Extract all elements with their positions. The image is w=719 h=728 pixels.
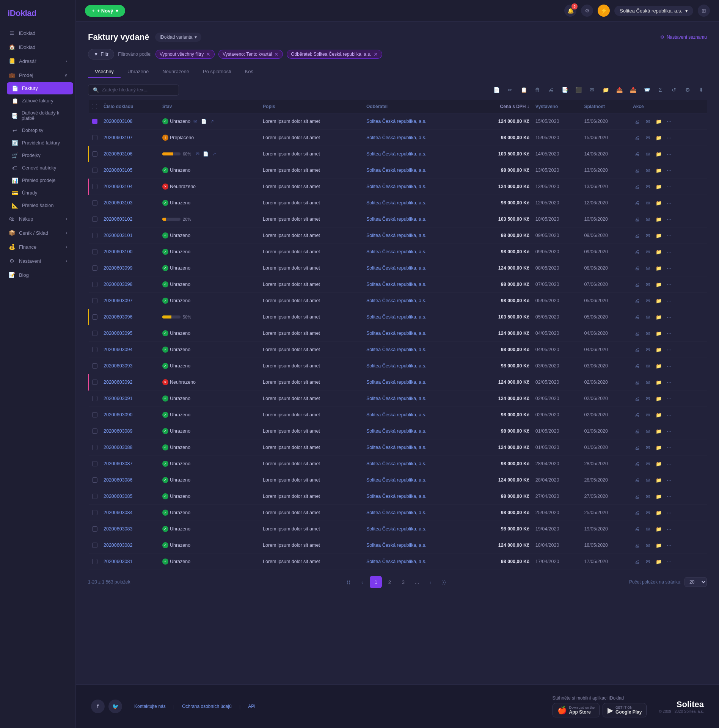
odberatel-link[interactable]: Solitea Česká republika, a.s. (366, 233, 426, 238)
odberatel-link[interactable]: Solitea Česká republika, a.s. (366, 510, 426, 515)
row-more-icon[interactable]: ⋯ (665, 329, 674, 338)
row-more-icon[interactable]: ⋯ (665, 524, 674, 533)
row-email-icon[interactable]: ✉ (644, 410, 653, 419)
odberatel-link[interactable]: Solitea Česká republika, a.s. (366, 526, 426, 532)
odberatel-link[interactable]: Solitea Česká republika, a.s. (366, 282, 426, 287)
odberatel-link[interactable]: Solitea Česká republika, a.s. (366, 151, 426, 157)
row-checkbox[interactable] (92, 396, 97, 401)
doc-num-link[interactable]: 20200603087 (104, 461, 132, 466)
row-email-icon[interactable]: ✉ (644, 182, 653, 191)
row-print-icon[interactable]: 🖨 (633, 149, 642, 158)
row-folder-icon[interactable]: 📁 (654, 541, 663, 550)
row-more-icon[interactable]: ⋯ (665, 247, 674, 256)
doc-num-link[interactable]: 20200603098 (104, 282, 132, 287)
sidebar-item-prodejky[interactable]: 🛒 Prodejky (7, 149, 73, 162)
row-print-icon[interactable]: 🖨 (633, 508, 642, 517)
row-more-icon[interactable]: ⋯ (665, 378, 674, 387)
row-more-icon[interactable]: ⋯ (665, 231, 674, 240)
row-print-icon[interactable]: 🖨 (633, 443, 642, 452)
sidebar-item-prodej[interactable]: 💼 Prodej ∨ (2, 68, 73, 82)
row-print-icon[interactable]: 🖨 (633, 264, 642, 273)
row-print-icon[interactable]: 🖨 (633, 361, 642, 370)
row-print-icon[interactable]: 🖨 (633, 296, 642, 305)
row-checkbox[interactable] (92, 200, 97, 206)
row-email-icon[interactable]: ✉ (644, 541, 653, 550)
page-next-btn[interactable]: › (424, 576, 436, 588)
sidebar-item-prehled-prodeje[interactable]: 📊 Přehled prodeje (7, 174, 73, 187)
filter-tag-odberatel-close[interactable]: ✕ (374, 52, 378, 57)
odberatel-link[interactable]: Solitea Česká republika, a.s. (366, 543, 426, 548)
odberatel-link[interactable]: Solitea Česká republika, a.s. (366, 559, 426, 564)
row-checkbox[interactable] (92, 543, 97, 548)
doc-num-link[interactable]: 20200603099 (104, 265, 132, 271)
variant-selector[interactable]: iDoklad varianta ▾ (155, 33, 201, 42)
row-print-icon[interactable]: 🖨 (633, 410, 642, 419)
filter-tag-vypnout-close[interactable]: ✕ (206, 52, 210, 57)
doc-num-link[interactable]: 20200603091 (104, 396, 132, 401)
google-play-button[interactable]: ▶ GET IT ON Google Play (603, 703, 647, 717)
odberatel-link[interactable]: Solitea Česká republika, a.s. (366, 217, 426, 222)
doc-num-link[interactable]: 20200603088 (104, 445, 132, 450)
row-folder-icon[interactable]: 📁 (654, 475, 663, 485)
toolbar-sigma-icon[interactable]: Σ (655, 84, 666, 96)
row-more-icon[interactable]: ⋯ (665, 296, 674, 305)
sidebar-item-hide-menu[interactable]: ☰ iDoklad (2, 26, 73, 40)
filter-tag-vystaveno-close[interactable]: ✕ (274, 52, 279, 57)
settings-list-link[interactable]: ⚙ Nastavení seznamu (660, 35, 707, 40)
row-print-icon[interactable]: 🖨 (633, 166, 642, 175)
row-checkbox[interactable] (92, 510, 97, 515)
row-checkbox[interactable] (92, 347, 97, 352)
row-print-icon[interactable]: 🖨 (633, 427, 642, 436)
sidebar-item-nakup[interactable]: 🛍 Nákup › (2, 212, 73, 226)
row-email-icon[interactable]: ✉ (644, 198, 653, 207)
row-print-icon[interactable]: 🖨 (633, 312, 642, 322)
row-checkbox[interactable] (92, 445, 97, 450)
tab-uhrazene[interactable]: Uhrazené (121, 66, 155, 78)
grid-icon[interactable]: ⊞ (698, 5, 710, 17)
row-print-icon[interactable]: 🖨 (633, 541, 642, 550)
row-checkbox[interactable] (92, 135, 97, 140)
row-folder-icon[interactable]: 📁 (654, 410, 663, 419)
odberatel-link[interactable]: Solitea Česká republika, a.s. (366, 200, 426, 206)
page-first-btn[interactable]: ⟨⟨ (342, 576, 355, 588)
doc-num-link[interactable]: 20200603108 (104, 119, 132, 124)
odberatel-link[interactable]: Solitea Česká republika, a.s. (366, 298, 426, 303)
select-all-checkbox[interactable] (92, 104, 97, 109)
row-email-icon[interactable]: ✉ (644, 508, 653, 517)
toolbar-send-icon[interactable]: 📤 (614, 84, 625, 96)
odberatel-link[interactable]: Solitea Česká republika, a.s. (366, 428, 426, 434)
per-page-select[interactable]: 20 50 100 (684, 577, 707, 587)
row-folder-icon[interactable]: 📁 (654, 557, 663, 566)
row-checkbox[interactable] (92, 265, 97, 271)
row-more-icon[interactable]: ⋯ (665, 166, 674, 175)
row-checkbox[interactable] (92, 526, 97, 532)
row-more-icon[interactable]: ⋯ (665, 264, 674, 273)
sidebar-item-prehled-sablon[interactable]: 📐 Přehled šablon (7, 199, 73, 212)
row-more-icon[interactable]: ⋯ (665, 182, 674, 191)
row-email-icon[interactable]: ✉ (644, 361, 653, 370)
sidebar-item-pravidelne[interactable]: 🔄 Pravidelné faktury (7, 137, 73, 149)
search-input[interactable] (102, 87, 170, 93)
odberatel-link[interactable]: Solitea Česká republika, a.s. (366, 461, 426, 466)
toolbar-email-icon[interactable]: ✉ (586, 84, 598, 96)
page-last-btn[interactable]: ⟩⟩ (438, 576, 450, 588)
row-print-icon[interactable]: 🖨 (633, 117, 642, 126)
row-print-icon[interactable]: 🖨 (633, 557, 642, 566)
row-email-icon[interactable]: ✉ (644, 280, 653, 289)
doc-num-link[interactable]: 20200603090 (104, 412, 132, 417)
doc-num-link[interactable]: 20200603095 (104, 331, 132, 336)
row-more-icon[interactable]: ⋯ (665, 443, 674, 452)
toolbar-undo-icon[interactable]: ↺ (668, 84, 680, 96)
row-email-icon[interactable]: ✉ (644, 166, 653, 175)
page-ellipsis[interactable]: … (411, 576, 423, 588)
doc-num-link[interactable]: 20200603103 (104, 200, 132, 206)
row-checkbox[interactable] (92, 282, 97, 287)
row-email-icon[interactable]: ✉ (644, 231, 653, 240)
tab-kos[interactable]: Koš (238, 66, 260, 78)
footer-privacy-link[interactable]: Ochrana osobních údajů (182, 704, 232, 709)
row-more-icon[interactable]: ⋯ (665, 541, 674, 550)
doc-num-link[interactable]: 20200603089 (104, 428, 132, 434)
row-checkbox[interactable] (92, 461, 97, 466)
row-more-icon[interactable]: ⋯ (665, 427, 674, 436)
sidebar-item-nastaveni[interactable]: ⚙ Nastavení › (2, 254, 73, 268)
